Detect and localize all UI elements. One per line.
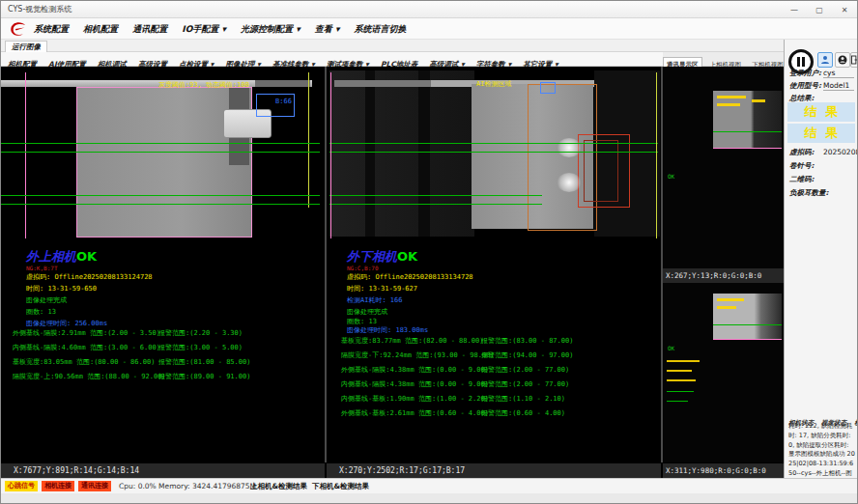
measurement-text: 外侧基线-隔膜:4.38mm 范围:(0.00 - 9.00) xyxy=(341,366,489,374)
menu-light-config[interactable]: 光源控制配置 ▾ xyxy=(241,18,300,40)
alarm-range-text: 报警范围:(1.10 - 2.10) xyxy=(481,395,565,403)
measurement-text: 基板宽度:83.77mm 范围:(82.00 - 88.00) xyxy=(341,337,483,345)
logout-icon[interactable] xyxy=(850,52,858,68)
coords-text: X:270;Y:2502;R:17;G:17;B:17 xyxy=(339,466,465,475)
alarm-range-text: 报警范围:(0.60 - 4.00) xyxy=(481,409,565,417)
menu-io-config[interactable]: IO手配置 ▾ xyxy=(182,18,226,40)
alarm-range-text: 报警范围:(81.00 - 85.00) xyxy=(158,358,250,366)
coords-text: X:311;Y:980;R:0;G:0;B:0 xyxy=(666,466,766,475)
measurement-text: 基板宽度:83.05mm 范围:(80.00 - 86.00) xyxy=(13,358,155,366)
heartbeat-badge: 心跳信号 xyxy=(5,481,38,491)
green-baseline xyxy=(329,204,542,205)
blue-roi-box xyxy=(540,82,556,94)
tab-glow xyxy=(557,138,582,157)
virtual-code-text: 虚拟码: Offline20250208133124728 xyxy=(26,273,153,281)
time-text: 时间: 13-31-59-650 xyxy=(26,285,97,293)
menubar: 系统配置 相机配置 通讯配置 IO手配置 ▾ 光源控制配置 ▾ 查看 ▾ 系统语… xyxy=(1,18,858,40)
top-camera-thumbnail[interactable]: OK xyxy=(663,67,784,268)
process-time-text: 图像处理时间: 183.00ms xyxy=(347,326,428,334)
thumb-image xyxy=(713,91,782,149)
green-baseline xyxy=(1,152,320,153)
menu-view[interactable]: 查看 ▾ xyxy=(315,18,340,40)
top-camera-result-link[interactable]: 上相机&检测结果 xyxy=(250,482,307,491)
process-time-text: 图像处理时间: 256.00ms xyxy=(26,320,107,327)
alarm-range-text: 报警范围:(2.00 - 77.00) xyxy=(481,366,569,374)
titlebar: CYS-视觉检测系统 — ▢ ✕ xyxy=(1,1,858,18)
camera-title-text: 外上相机 xyxy=(26,249,76,264)
menu-camera-config[interactable]: 相机配置 xyxy=(83,18,118,40)
main-area: 灰度阈值:93, 动态阈值:100 B:66 外上相机OK NG:K,B:7T … xyxy=(1,67,784,478)
cpu-memory-text: Cpu: 0.0% Memory: 3424.41796875M xyxy=(119,482,256,490)
camera-ok-badge: OK xyxy=(397,249,417,264)
thumb-tabs: 通讯显示区 上相机视图 下相机视图 xyxy=(663,52,784,67)
camera-title: 外上相机OK xyxy=(26,248,97,266)
user-login-icon[interactable] xyxy=(817,52,833,68)
model-label: 使用型号: xyxy=(789,81,821,91)
comm-connect-badge: 通讯连接 xyxy=(78,481,111,491)
left-camera-view[interactable]: 灰度阈值:93, 动态阈值:100 B:66 外上相机OK NG:K,B:7T … xyxy=(1,67,326,462)
alarm-range-text: 报警范围:(2.00 - 77.00) xyxy=(481,380,569,388)
left-coord-bar: X:7677;Y:891;R:14;G:14;B:14 xyxy=(1,462,325,478)
alarm-range-text: 报警范围:(2.20 - 3.30) xyxy=(158,329,243,337)
result-badge-top: 结果 xyxy=(787,102,855,122)
threshold-overlay-text: 灰度阈值:93, 动态阈值:100 xyxy=(158,81,249,89)
green-baseline xyxy=(1,204,320,205)
menu-system-config[interactable]: 系统配置 xyxy=(34,18,69,40)
loop-count-text: 圈数: 13 xyxy=(347,318,377,325)
machinery-slot xyxy=(418,70,430,237)
bottom-camera-view[interactable]: AI检测区域 外下相机OK NG:C,B:70 虚拟码: Offline2025… xyxy=(327,67,661,462)
close-icon[interactable]: ✕ xyxy=(832,1,857,18)
window-controls: — ▢ ✕ xyxy=(782,1,857,18)
coords-text: X:7677;Y:891;R:14;G:14;B:14 xyxy=(14,466,139,475)
login-user-label: 登录用户: xyxy=(789,69,821,78)
result-badge-bottom: 结果 xyxy=(787,124,855,143)
login-user-value[interactable]: cys xyxy=(823,69,854,78)
menu-language-switch[interactable]: 系统语言切换 xyxy=(355,18,407,40)
tab-row: 运行图像 xyxy=(1,40,784,52)
thumb-ok-text: OK xyxy=(668,173,674,181)
thumb-image xyxy=(713,294,782,340)
thumb-ok-text: OK xyxy=(668,345,674,352)
ai-region-tag: AI检测区域 xyxy=(476,80,511,88)
blue-value-tag: B:66 xyxy=(275,98,292,105)
camera-title-text: 外下相机 xyxy=(347,249,397,264)
tab-run-image[interactable]: 运行图像 xyxy=(5,41,47,52)
measurement-text: 隔膜宽度-下:92.24mm 范围:(93.00 - 98.00) xyxy=(341,351,495,359)
tab-glow xyxy=(557,173,582,192)
yellow-guide-line xyxy=(656,72,657,238)
machinery-slot xyxy=(365,70,375,237)
maximize-icon[interactable]: ▢ xyxy=(807,1,832,18)
pink-guide-line xyxy=(330,72,331,238)
green-baseline xyxy=(329,195,542,196)
user-dark-icon[interactable] xyxy=(835,52,850,68)
virtual-code-text: 虚拟码: Offline20250208133134728 xyxy=(347,273,473,281)
model-value[interactable]: Model1 xyxy=(823,81,854,91)
green-baseline xyxy=(1,143,320,144)
statusbar: 心跳信号 相机连接 通讯连接 Cpu: 0.0% Memory: 3424.41… xyxy=(1,478,858,493)
process-done-text: 图像处理完成 xyxy=(26,296,67,304)
ai-time-text: 检测AI耗时: 166 xyxy=(347,296,403,304)
camera-sub-text: NG:K,B:7T xyxy=(26,265,58,272)
camera-connect-badge: 相机连接 xyxy=(42,481,74,491)
minimize-icon[interactable]: — xyxy=(782,1,807,18)
bottom-camera-result-link[interactable]: 下相机&检测结果 xyxy=(312,482,369,491)
alarm-range-text: 报警范围:(94.00 - 97.00) xyxy=(481,351,573,359)
alarm-range-text: 报警范围:(83.00 - 87.00) xyxy=(481,337,573,345)
red-roi-box-inner xyxy=(584,140,618,202)
alarm-range-text: 报警范围:(89.00 - 91.00) xyxy=(158,373,250,380)
yellow-guide-line xyxy=(308,72,309,208)
loop-count-text: 圈数: 13 xyxy=(26,308,56,316)
thumb-bottom-coord-bar: X:311;Y:980;R:0;G:0;B:0 xyxy=(663,462,784,478)
menu-comm-config[interactable]: 通讯配置 xyxy=(132,18,167,40)
bottom-camera-thumbnail[interactable]: OK xyxy=(663,283,784,462)
thumb-coord-bar: X:267;Y:13;R:0;G:0;B:0 xyxy=(663,268,784,283)
mid-coord-bar: X:270;Y:2502;R:17;G:17;B:17 xyxy=(327,462,661,478)
measurement-text: 内侧基线-隔膜:4.38mm 范围:(0.00 - 9.00) xyxy=(341,380,489,388)
bottom-strip xyxy=(1,493,858,504)
right-panel: 登录用户: cys 使用型号: Model1 总结果: 结果 结果 虚拟码: 2… xyxy=(784,40,858,493)
virtual-code-label: 虚拟码: xyxy=(789,148,815,157)
measurement-text: 外侧基线-隔膜:2.91mm 范围:(2.00 - 3.50) xyxy=(13,329,160,337)
menu-items: 系统配置 相机配置 通讯配置 IO手配置 ▾ 光源控制配置 ▾ 查看 ▾ 系统语… xyxy=(34,18,416,40)
needle-label: 卷针号: xyxy=(789,161,815,171)
measurement-text: 内侧基线-基板:1.90mm 范围:(1.00 - 2.20) xyxy=(341,395,489,403)
